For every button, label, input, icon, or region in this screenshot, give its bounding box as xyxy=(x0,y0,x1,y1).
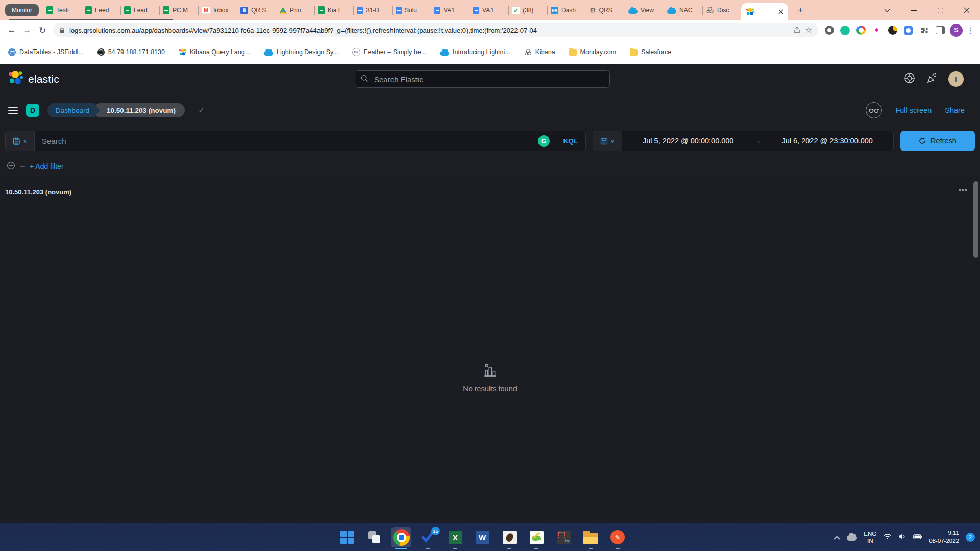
browser-menu-icon[interactable]: ⋮ xyxy=(965,26,976,35)
tab-dash-hr[interactable]: HRDash xyxy=(547,0,586,20)
panel-options-icon[interactable] xyxy=(959,189,967,191)
reload-button[interactable]: ↻ xyxy=(35,22,50,38)
calendar-button[interactable]: ∨ xyxy=(593,131,622,151)
taskbar-irfanview[interactable] xyxy=(499,527,520,547)
view-only-glasses-icon[interactable] xyxy=(866,102,882,118)
bookmark-folder-monday[interactable]: Monday.com xyxy=(569,48,617,56)
bookmark-kibana-query[interactable]: Kibana Query Lang... xyxy=(179,48,250,56)
tab-pc[interactable]: PC M xyxy=(159,0,198,20)
scrollbar-thumb[interactable] xyxy=(973,181,978,258)
elastic-logo xyxy=(8,70,23,88)
kql-button[interactable]: KQL xyxy=(556,137,586,145)
announcements-icon[interactable] xyxy=(926,72,938,86)
tab-31d[interactable]: 31-D xyxy=(353,0,392,20)
refresh-button[interactable]: Refresh xyxy=(900,131,975,151)
space-badge[interactable]: D xyxy=(26,104,39,117)
elastic-brand[interactable]: elastic xyxy=(8,70,59,88)
window-close-button[interactable] xyxy=(953,0,980,20)
bookmark-feather[interactable]: ✑Feather – Simply be... xyxy=(352,48,426,56)
bookmark-ip[interactable]: 54.79.188.171:8130 xyxy=(97,48,165,56)
task-view-button[interactable] xyxy=(364,527,384,547)
tab-solu[interactable]: Solu xyxy=(392,0,431,20)
dark-extension-icon[interactable] xyxy=(886,24,899,37)
screen-capture-extension-icon[interactable] xyxy=(823,24,836,37)
tab-discover[interactable]: Disc xyxy=(702,0,741,20)
back-button[interactable]: ← xyxy=(4,22,19,38)
breadcrumb-dashboard[interactable]: Dashboard xyxy=(47,103,100,117)
bookmark-folder-salesforce[interactable]: Salesforce xyxy=(630,48,671,56)
battery-icon[interactable] xyxy=(913,533,922,542)
taskbar-todo[interactable]: 15 xyxy=(418,527,438,547)
bookmark-introducing-lightning[interactable]: Introducing Lightni... xyxy=(440,48,510,56)
address-bar[interactable]: logs.qrsolutions.com.au/app/dashboards#/… xyxy=(53,23,818,37)
onedrive-cloud-icon[interactable] xyxy=(847,535,857,541)
bookmark-datatables[interactable]: DataTables - JSFiddl... xyxy=(8,48,84,56)
tab-active-kibana[interactable] xyxy=(741,3,788,20)
saved-check-icon: ✓ xyxy=(198,106,205,115)
taskbar-pen-app[interactable]: ✎ xyxy=(607,527,628,547)
taskbar-snipping[interactable]: ✂ xyxy=(553,527,574,547)
tab-qrs[interactable]: ⚙QRS xyxy=(586,0,625,20)
grammarly-badge-icon[interactable]: G xyxy=(538,135,550,147)
google-sheets-icon xyxy=(46,6,53,14)
notification-badge[interactable]: 2 xyxy=(966,533,975,542)
date-from[interactable]: Jul 5, 2022 @ 00:00:00.000 xyxy=(643,137,733,145)
tab-view[interactable]: View xyxy=(625,0,664,20)
tab-va1-a[interactable]: VA1 xyxy=(431,0,470,20)
taskbar-notepadpp[interactable] xyxy=(526,527,547,547)
taskbar-clock[interactable]: 9:11 08-07-2022 xyxy=(929,529,959,545)
tab-feed[interactable]: Feed xyxy=(82,0,120,20)
blue-extension-icon[interactable] xyxy=(902,24,915,37)
tab-nac[interactable]: NAC xyxy=(664,0,702,20)
global-search-input[interactable] xyxy=(373,74,604,84)
language-indicator[interactable]: ENG IN xyxy=(864,530,876,545)
side-panel-icon[interactable] xyxy=(934,24,946,37)
tray-chevron-up-icon[interactable] xyxy=(834,533,840,542)
help-icon[interactable] xyxy=(903,72,916,86)
extensions-puzzle-icon[interactable] xyxy=(918,24,930,37)
user-avatar[interactable]: I xyxy=(948,71,964,87)
menu-hamburger-icon[interactable] xyxy=(8,107,18,114)
new-tab-button[interactable]: + xyxy=(793,3,807,17)
forward-button[interactable]: → xyxy=(19,22,35,38)
full-screen-button[interactable]: Full screen xyxy=(895,106,932,114)
global-search[interactable] xyxy=(355,70,610,88)
saved-query-button[interactable]: ∨ xyxy=(6,131,35,151)
taskbar-explorer[interactable] xyxy=(580,527,601,547)
tab-inbox[interactable]: MInbox xyxy=(198,0,237,20)
taskbar-word[interactable]: W xyxy=(472,527,493,547)
tab-qr[interactable]: 8QR S xyxy=(237,0,276,20)
bookmark-kibana[interactable]: Kibana xyxy=(524,48,555,56)
taskbar-excel[interactable]: X xyxy=(445,527,465,547)
arrow-right-icon: → xyxy=(754,137,761,145)
query-input[interactable] xyxy=(35,137,538,145)
salesforce-cloud-icon xyxy=(628,9,638,14)
grammarly-extension-icon[interactable] xyxy=(839,24,851,37)
tab-search-chevron-icon[interactable] xyxy=(874,0,900,20)
wifi-icon[interactable] xyxy=(883,533,892,542)
tab-va1-b[interactable]: VA1 xyxy=(470,0,508,20)
tab-lead[interactable]: Lead xyxy=(120,0,159,20)
taskbar-chrome[interactable] xyxy=(391,527,411,547)
tab-close-icon[interactable] xyxy=(778,7,783,16)
restore-button[interactable] xyxy=(927,0,953,20)
tab-38[interactable]: ✓(38) xyxy=(508,0,547,20)
tab-kia[interactable]: Kia F xyxy=(314,0,353,20)
volume-icon[interactable] xyxy=(898,533,906,542)
tab-group-monitor[interactable]: Monitor xyxy=(5,4,39,16)
bookmark-lightning-design[interactable]: Lightning Design Sy... xyxy=(264,48,338,56)
tab-prio[interactable]: Prio xyxy=(276,0,314,20)
browser-profile-avatar[interactable]: S xyxy=(950,24,963,37)
tab-testing[interactable]: Testi xyxy=(43,0,82,20)
timer-extension-icon[interactable] xyxy=(854,24,867,37)
add-filter-button[interactable]: + Add filter xyxy=(30,162,64,170)
google-drive-icon xyxy=(279,7,287,14)
share-button[interactable]: Share xyxy=(945,106,965,114)
share-icon[interactable] xyxy=(793,27,801,34)
date-to[interactable]: Jul 6, 2022 @ 23:30:00.000 xyxy=(782,137,873,145)
bookmark-star-icon[interactable]: ☆ xyxy=(805,26,812,35)
start-button[interactable] xyxy=(337,527,357,547)
minimize-button[interactable] xyxy=(900,0,927,20)
filter-options-icon[interactable] xyxy=(7,161,15,172)
pink-extension-icon[interactable]: ✦ xyxy=(870,24,883,37)
